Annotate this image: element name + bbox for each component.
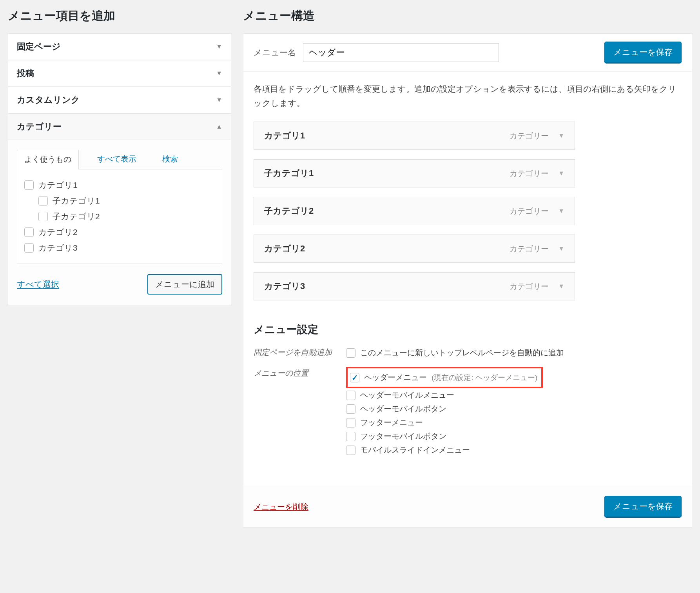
location-label-text: フッターメニュー [360,417,423,428]
location-checkbox-footer-menu[interactable] [346,418,355,427]
menu-item[interactable]: 子カテゴリ2 カテゴリー▼ [254,197,575,225]
location-label-text: ヘッダーモバイルボタン [360,404,446,414]
chevron-down-icon: ▼ [558,207,564,215]
list-item: 子カテゴリ2 [24,209,215,224]
menu-item-type: カテゴリー [510,131,549,141]
menu-item[interactable]: カテゴリ1 カテゴリー▼ [254,122,575,150]
chevron-down-icon: ▼ [216,70,222,77]
delete-menu-link[interactable]: メニューを削除 [254,502,308,512]
location-checkbox-header-mobile-menu[interactable] [346,391,355,400]
accordion-label: カテゴリー [17,121,62,133]
menu-item-title: カテゴリ2 [264,243,305,255]
accordion-custom-links[interactable]: カスタムリンク ▼ [8,87,231,114]
chevron-down-icon: ▼ [558,283,564,290]
menu-item-type: カテゴリー [510,168,549,179]
list-item: 子カテゴリ1 [24,193,215,209]
location-checkbox-footer-mobile-button[interactable] [346,432,355,441]
category-checkbox[interactable] [38,196,48,206]
drag-instruction: 各項目をドラッグして順番を変更します。追加の設定オプションを表示するには、項目の… [254,82,682,110]
auto-add-label: 固定ページを自動追加 [254,346,336,358]
list-item: カテゴリ2 [24,224,215,240]
location-checkbox-header-mobile-button[interactable] [346,404,355,414]
highlight-box: ヘッダーメニュー (現在の設定: ヘッダーメニュー) [346,367,543,388]
tab-panel-frequent: カテゴリ1 子カテゴリ1 子カテゴリ2 カテゴリ2 カテゴリ3 [17,169,222,264]
chevron-down-icon: ▼ [216,96,222,104]
category-checkbox[interactable] [24,243,34,253]
category-checkbox[interactable] [24,227,34,237]
accordion-posts[interactable]: 投稿 ▼ [8,60,231,87]
menu-item[interactable]: カテゴリ2 カテゴリー▼ [254,235,575,263]
list-item: カテゴリ3 [24,240,215,256]
location-checkbox-mobile-slidein[interactable] [346,446,355,455]
chevron-down-icon: ▼ [558,132,564,139]
menu-settings-title: メニュー設定 [254,322,682,337]
location-current-note: (現在の設定: ヘッダーメニュー) [432,373,537,383]
accordion-label: 固定ページ [17,41,61,53]
auto-add-checkbox[interactable] [346,348,355,358]
menu-item-type: カテゴリー [510,206,549,216]
menu-item-title: カテゴリ3 [264,280,305,292]
accordion-categories[interactable]: カテゴリー ▲ よく使うもの すべて表示 検索 カテゴリ1 子カテゴリ1 子カテ… [8,114,231,306]
save-menu-button-footer[interactable]: メニューを保存 [604,496,682,518]
chevron-down-icon: ▼ [558,170,564,177]
menu-name-label: メニュー名 [254,47,296,58]
chevron-down-icon: ▼ [216,43,222,50]
menu-structure-title: メニュー構造 [243,8,692,24]
auto-add-text: このメニューに新しいトップレベルページを自動的に追加 [360,347,564,358]
chevron-up-icon: ▲ [216,123,222,130]
accordion-pages[interactable]: 固定ページ ▼ [8,33,231,60]
menu-item[interactable]: カテゴリ3 カテゴリー▼ [254,272,575,300]
menu-name-input[interactable] [303,43,499,62]
select-all-link[interactable]: すべて選択 [17,279,59,290]
menu-item-type: カテゴリー [510,281,549,292]
save-menu-button[interactable]: メニューを保存 [604,42,682,64]
location-label-text: ヘッダーメニュー [364,372,427,383]
menu-item-title: カテゴリ1 [264,130,305,142]
location-label: メニューの位置 [254,367,336,379]
accordion-label: カスタムリンク [17,94,80,106]
chevron-down-icon: ▼ [558,245,564,252]
tab-view-all[interactable]: すべて表示 [90,149,144,169]
location-label-text: ヘッダーモバイルメニュー [360,390,454,400]
location-label-text: フッターモバイルボタン [360,431,446,442]
location-checkbox-header[interactable] [350,373,359,382]
menu-item-title: 子カテゴリ2 [264,205,314,217]
menu-item-title: 子カテゴリ1 [264,167,314,179]
menu-item[interactable]: 子カテゴリ1 カテゴリー▼ [254,159,575,187]
location-label-text: モバイルスライドインメニュー [360,445,470,455]
add-items-title: メニュー項目を追加 [8,8,231,24]
category-checkbox[interactable] [24,180,34,190]
menu-edit-panel: メニュー名 メニューを保存 各項目をドラッグして順番を変更します。追加の設定オプ… [243,33,692,528]
accordion-label: 投稿 [17,67,34,79]
menu-item-type: カテゴリー [510,244,549,254]
tab-frequent[interactable]: よく使うもの [17,150,79,169]
category-checkbox[interactable] [38,212,48,221]
list-item: カテゴリ1 [24,177,215,193]
add-to-menu-button[interactable]: メニューに追加 [147,274,222,295]
tab-search[interactable]: 検索 [155,149,185,169]
